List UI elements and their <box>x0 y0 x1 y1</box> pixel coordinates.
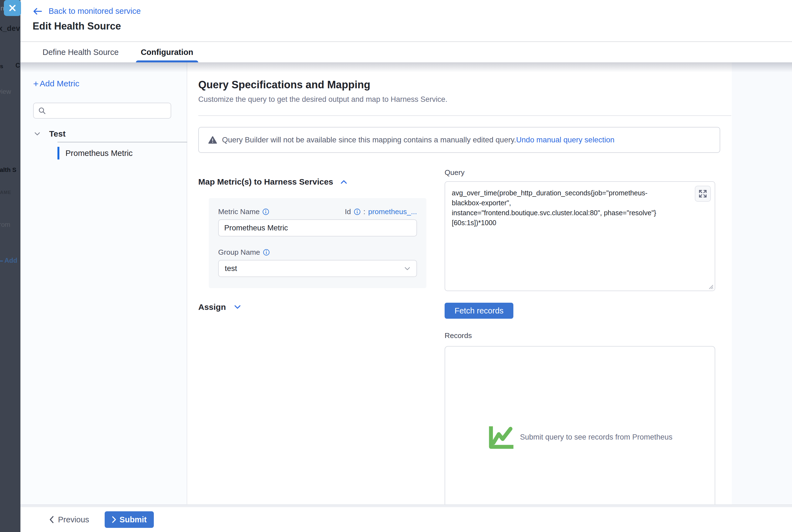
query-textarea[interactable]: avg_over_time(probe_http_duration_second… <box>445 181 715 291</box>
screen: nt x_dev s C view ealth S AME rom Add Ba… <box>0 0 792 532</box>
background-page-overlay: nt x_dev s C view ealth S AME rom Add <box>0 0 20 532</box>
previous-button[interactable]: Previous <box>49 515 89 524</box>
metric-item-label: Prometheus Metric <box>66 149 132 158</box>
metric-group-label: Test <box>49 129 66 138</box>
assign-section-header[interactable]: Assign <box>198 302 426 312</box>
search-icon <box>38 107 46 115</box>
metric-name-input[interactable] <box>218 220 417 236</box>
assign-label: Assign <box>198 302 226 312</box>
content-row: + Add Metric Test <box>20 62 792 505</box>
add-metric-button[interactable]: + Add Metric <box>33 79 79 88</box>
mapping-card: Metric Name Id <box>209 198 426 288</box>
metric-name-label-wrap: Metric Name <box>218 208 269 216</box>
query-section: Query avg_over_time(probe_http_duration_… <box>445 168 715 505</box>
arrow-left-icon <box>33 7 42 16</box>
group-name-label-wrap: Group Name <box>218 248 270 256</box>
query-label: Query <box>445 168 464 176</box>
tabbar: Define Health Source Configuration <box>20 41 792 62</box>
tab-define-health-source[interactable]: Define Health Source <box>38 42 123 63</box>
info-icon[interactable] <box>354 208 361 215</box>
previous-label: Previous <box>58 515 89 524</box>
metric-group-test[interactable]: Test <box>33 129 187 138</box>
section-heading: Query Specifications and Mapping <box>198 79 732 91</box>
group-name-label: Group Name <box>218 248 260 256</box>
id-value-link[interactable]: prometheus_... <box>368 208 417 216</box>
group-name-select[interactable]: test <box>218 260 417 277</box>
submit-label: Submit <box>119 515 147 524</box>
query-builder-warning-banner: Query Builder will not be available sinc… <box>198 127 720 153</box>
add-metric-label: Add Metric <box>40 79 79 88</box>
overlay-fragment: x_dev <box>0 24 20 33</box>
id-label: Id <box>345 208 351 216</box>
undo-manual-query-link[interactable]: Undo manual query selection <box>516 135 614 144</box>
footer-divider <box>20 505 792 507</box>
edit-health-source-modal: Back to monitored service Edit Health So… <box>20 0 792 532</box>
plus-icon: + <box>33 79 39 88</box>
close-icon <box>8 4 17 12</box>
records-label: Records <box>445 331 715 340</box>
close-button[interactable] <box>4 0 21 16</box>
form-columns: Map Metric(s) to Harness Services Metric… <box>198 168 732 505</box>
main-panel: Query Specifications and Mapping Customi… <box>187 62 732 505</box>
records-panel: Submit query to see records from Prometh… <box>445 346 715 505</box>
records-empty-state: Submit query to see records from Prometh… <box>487 424 673 450</box>
group-divider <box>57 142 191 142</box>
id-separator: : <box>364 208 365 216</box>
overlay-fragment: s <box>0 63 3 70</box>
query-text: avg_over_time(probe_http_duration_second… <box>452 188 708 228</box>
info-icon[interactable] <box>263 249 270 256</box>
mapping-section: Map Metric(s) to Harness Services Metric… <box>198 168 426 505</box>
heading-divider <box>198 115 731 116</box>
metric-search[interactable] <box>33 103 171 119</box>
selected-indicator <box>57 147 59 159</box>
group-name-value: test <box>225 264 237 273</box>
metric-search-input[interactable] <box>49 103 171 118</box>
chevron-down-icon <box>234 305 241 309</box>
id-wrap: Id : prometheus_... <box>345 208 417 216</box>
warning-icon <box>208 136 217 144</box>
expand-icon <box>698 189 707 198</box>
modal-header: Back to monitored service Edit Health So… <box>20 0 792 41</box>
section-subheading: Customize the query to get the desired o… <box>198 95 732 104</box>
overlay-fragment: ealth S <box>0 166 16 174</box>
line-chart-icon <box>487 424 515 450</box>
expand-query-button[interactable] <box>695 186 711 202</box>
overlay-fragment-dash <box>0 261 3 262</box>
chevron-up-icon <box>340 179 347 184</box>
chevron-down-icon <box>34 132 40 136</box>
tab-configuration[interactable]: Configuration <box>136 42 198 63</box>
mapping-section-header[interactable]: Map Metric(s) to Harness Services <box>198 177 426 187</box>
sidebar-item-prometheus-metric[interactable]: Prometheus Metric <box>57 147 187 159</box>
chevron-left-icon <box>49 516 54 524</box>
resize-grip-icon[interactable] <box>707 283 714 289</box>
modal-footer: Previous Submit <box>20 507 792 532</box>
info-icon[interactable] <box>262 208 269 215</box>
warning-text: Query Builder will not be available sinc… <box>222 135 516 144</box>
back-link-label: Back to monitored service <box>49 7 141 16</box>
metric-name-label: Metric Name <box>218 208 260 216</box>
fetch-records-button[interactable]: Fetch records <box>445 303 513 319</box>
metric-name-label-row: Metric Name Id <box>218 208 417 216</box>
page-title: Edit Health Source <box>33 20 792 32</box>
chevron-right-icon <box>112 516 116 523</box>
overlay-fragment: rom <box>0 221 10 228</box>
back-link[interactable]: Back to monitored service <box>33 7 141 16</box>
submit-button[interactable]: Submit <box>105 511 154 528</box>
records-empty-text: Submit query to see records from Prometh… <box>520 433 673 441</box>
mapping-section-title: Map Metric(s) to Harness Services <box>198 177 333 187</box>
chevron-down-icon <box>404 267 410 271</box>
overlay-fragment: C <box>16 62 20 69</box>
overlay-fragment: Add <box>4 256 17 264</box>
overlay-fragment: AME <box>0 190 11 195</box>
overlay-fragment: view <box>0 88 11 95</box>
metrics-sidebar: + Add Metric Test <box>20 62 187 505</box>
